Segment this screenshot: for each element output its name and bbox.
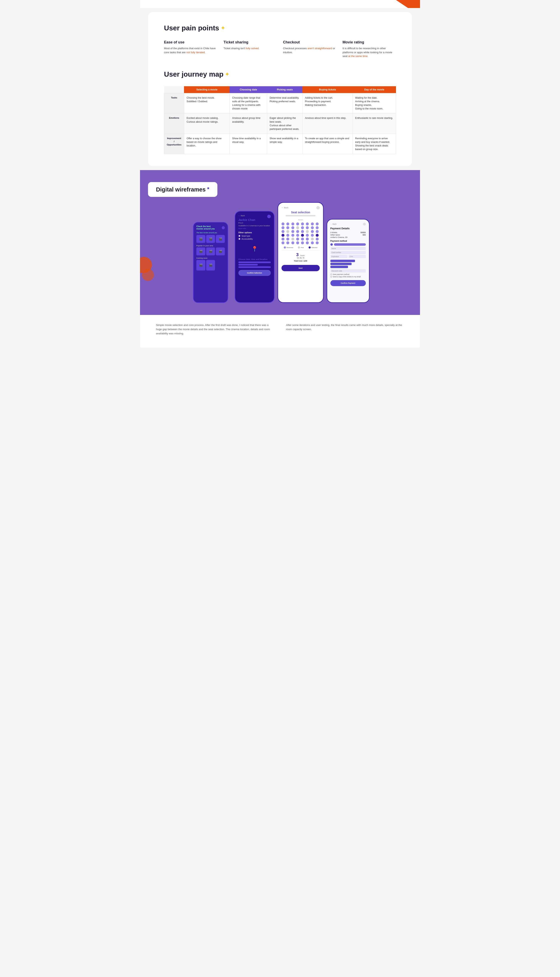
discount-code-field[interactable]: Discount code xyxy=(330,269,366,272)
tasks-selecting: Choosing the best movie.Subtitled / Dubb… xyxy=(184,93,230,113)
emotions-choosing: Anxious about group time availability. xyxy=(230,113,267,133)
seat-45[interactable] xyxy=(301,241,304,244)
seat-40[interactable] xyxy=(316,237,318,240)
seat-3[interactable] xyxy=(291,222,294,225)
seat-4[interactable] xyxy=(296,222,299,225)
seat-29[interactable] xyxy=(301,234,304,237)
seat-13[interactable] xyxy=(301,226,304,229)
name-field[interactable]: Name xyxy=(330,247,366,250)
seat-19[interactable] xyxy=(291,230,294,233)
seat-44[interactable] xyxy=(296,241,299,244)
send-copy-checkbox[interactable] xyxy=(330,276,332,277)
seat-43[interactable] xyxy=(291,241,294,244)
seat-46[interactable] xyxy=(306,241,309,244)
seat-9[interactable] xyxy=(282,226,284,229)
card-number-field[interactable]: Card number xyxy=(330,251,366,254)
seat-32[interactable] xyxy=(316,234,318,237)
pain-point-rating-title: Movie rating xyxy=(343,40,396,44)
seat-2[interactable] xyxy=(286,222,289,225)
seat-7[interactable] xyxy=(311,222,313,225)
seat-36[interactable] xyxy=(296,237,299,240)
choose-date-label: Choose date, time and location xyxy=(238,258,271,260)
detail-movie-title: Jackie Chan xyxy=(238,218,271,222)
seat-24[interactable] xyxy=(316,230,318,233)
phone-seat-wrapper: ← Back Seat selection Screen xyxy=(277,202,323,303)
card-radio-row xyxy=(330,243,366,246)
legend-label-reserved: Reserved xyxy=(287,247,293,248)
seat-10[interactable] xyxy=(286,226,289,229)
browse-menu-btn[interactable] xyxy=(222,226,225,229)
seat-11[interactable] xyxy=(291,226,294,229)
seat-17[interactable] xyxy=(282,230,284,233)
seat-42[interactable] xyxy=(286,241,289,244)
seat-27[interactable] xyxy=(291,234,294,237)
seat-34[interactable] xyxy=(286,237,289,240)
seat-22[interactable] xyxy=(306,230,309,233)
seat-back-btn[interactable]: ← Back xyxy=(282,207,288,209)
phone-payment: ← Back Payment Details 3 tickets $$$$$ O… xyxy=(327,219,370,303)
payment-back-btn[interactable]: ← Back xyxy=(330,223,337,225)
seat-35[interactable] xyxy=(291,237,294,240)
seat-26[interactable] xyxy=(286,234,289,237)
seat-12[interactable] xyxy=(296,226,299,229)
seat-28[interactable] xyxy=(296,234,299,237)
movie-thumb-3: 🎬 xyxy=(216,235,225,243)
radio-seat-type[interactable] xyxy=(238,235,240,237)
expiration-field[interactable]: Expiration xyxy=(330,255,348,258)
send-copy-label: Send a copy of the tickets to my email xyxy=(333,276,361,278)
seat-menu-btn[interactable] xyxy=(316,206,320,210)
detail-menu-btn[interactable] xyxy=(267,215,271,218)
seat-30[interactable] xyxy=(306,234,309,237)
seat-20[interactable] xyxy=(296,230,299,233)
seat-16[interactable] xyxy=(316,226,318,229)
seat-37[interactable] xyxy=(301,237,304,240)
pain-point-ease-of-use: Ease of use Most of the platforms that e… xyxy=(164,40,218,58)
card-radio-active[interactable] xyxy=(330,243,333,246)
wireframes-title-text: Digital wireframes xyxy=(156,186,206,193)
journey-star-decoration: ✦ xyxy=(225,72,229,77)
pin-icon: 📍 xyxy=(252,246,258,252)
detail-more-info[interactable]: More info... xyxy=(238,227,271,230)
seat-14[interactable] xyxy=(306,226,309,229)
seat-25[interactable] xyxy=(282,234,284,237)
seat-41[interactable] xyxy=(282,241,284,244)
option-accessibility-label: Accessibility xyxy=(242,238,253,240)
journey-table: Action Selecting a movie Choosing date P… xyxy=(164,86,396,154)
emotions-buying: Anxious about time spent in this step. xyxy=(302,113,353,133)
seat-47[interactable] xyxy=(311,241,313,244)
card-number-label: Card number xyxy=(332,252,342,253)
detail-back-btn[interactable]: ← Back xyxy=(238,215,271,217)
seat-31[interactable] xyxy=(311,234,313,237)
seat-39[interactable] xyxy=(311,237,313,240)
radio-accessibility[interactable] xyxy=(238,238,240,240)
tasks-picking: Determine seat availability.Picking pref… xyxy=(267,93,303,113)
journey-col-day: Day of the movie xyxy=(353,86,396,93)
seat-5[interactable] xyxy=(301,222,304,225)
cvv-label: CVV xyxy=(350,255,353,257)
location-area: 📍 xyxy=(238,242,271,256)
payment-menu-btn[interactable] xyxy=(363,223,366,225)
seat-8[interactable] xyxy=(316,222,318,225)
seat-23[interactable] xyxy=(311,230,313,233)
phone-seat: ← Back Seat selection Screen xyxy=(277,202,323,303)
seat-6[interactable] xyxy=(306,222,309,225)
seat-1[interactable] xyxy=(282,222,284,225)
phone-detail-wrapper: ← Back Jackie Chan PG13 Available in 3 c… xyxy=(235,211,275,303)
seat-next-btn[interactable]: Next xyxy=(282,265,320,271)
confirm-payment-btn[interactable]: Confirm Payment xyxy=(330,280,366,286)
seat-38[interactable] xyxy=(306,237,309,240)
screen-label: Screen xyxy=(282,219,320,221)
seat-33[interactable] xyxy=(282,237,284,240)
pain-point-ticket-title: Ticket sharing xyxy=(223,40,277,44)
journey-map-section: User journey map ✦ Action Selecting a mo… xyxy=(164,70,396,154)
bottom-text-left: Simple movie selection and core process.… xyxy=(156,323,274,335)
tasks-buying: Adding tickets to the cart.Proceeding to… xyxy=(302,93,353,113)
seat-15[interactable] xyxy=(311,226,313,229)
cvv-field[interactable]: CVV xyxy=(348,255,366,258)
seat-21[interactable] xyxy=(301,230,304,233)
confirm-selection-btn[interactable]: Confirm Selection xyxy=(238,270,271,276)
seat-48[interactable] xyxy=(316,241,318,244)
seat-18[interactable] xyxy=(286,230,289,233)
save-payment-checkbox[interactable] xyxy=(330,273,332,275)
pain-point-checkout-title: Checkout xyxy=(283,40,337,44)
